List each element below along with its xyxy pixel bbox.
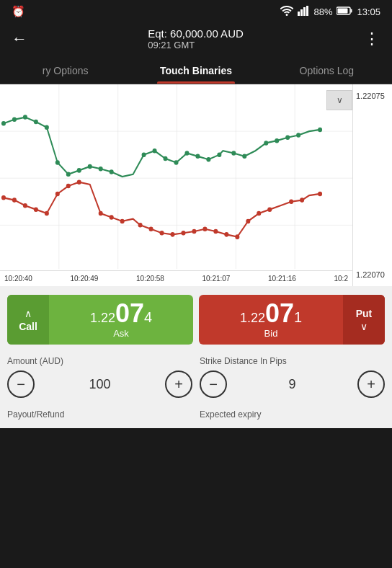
svg-point-18	[34, 120, 38, 125]
call-label: Call	[19, 321, 37, 332]
svg-point-55	[171, 232, 175, 237]
amount-stepper: − 100 +	[7, 370, 192, 398]
payout-group: Payout/Refund	[7, 404, 192, 420]
svg-point-19	[45, 125, 49, 130]
alarm-icon: ⏰	[12, 5, 25, 18]
call-chevron-up-icon: ∧	[24, 308, 32, 319]
svg-point-26	[142, 152, 146, 157]
svg-point-47	[66, 184, 71, 189]
svg-rect-2	[303, 7, 306, 16]
tab-binary-options[interactable]: ry Options	[0, 58, 130, 84]
status-right: 88% 13:05	[280, 6, 380, 18]
controls-row: Amount (AUD) − 100 + Strike Distance In …	[7, 356, 385, 398]
amount-decrement-button[interactable]: −	[7, 370, 35, 398]
put-button[interactable]: Put ∨	[343, 295, 385, 345]
chart-x-axis: 10:20:40 10:20:49 10:20:58 10:21:07 10:2…	[0, 270, 352, 286]
svg-point-60	[224, 232, 228, 237]
call-section: ∧ Call 1.22 07 4 Ask	[7, 295, 193, 345]
svg-point-41	[1, 195, 6, 200]
amount-label: Amount (AUD)	[7, 356, 192, 366]
battery-icon	[337, 6, 352, 17]
call-button[interactable]: ∧ Call	[7, 295, 49, 345]
svg-point-30	[184, 151, 189, 156]
svg-point-49	[99, 211, 103, 216]
payout-label: Payout/Refund	[7, 409, 192, 420]
wifi-icon	[280, 6, 293, 18]
svg-point-56	[181, 231, 185, 236]
svg-point-38	[285, 136, 290, 141]
call-price-small: 4	[144, 310, 152, 324]
chart-collapse-button[interactable]: ∨	[326, 90, 352, 110]
put-label: Put	[356, 308, 373, 319]
equity-display: Eqt: 60,000.00 AUD	[148, 27, 244, 40]
svg-point-62	[246, 219, 250, 224]
svg-point-50	[110, 215, 114, 220]
x-label-0: 10:20:40	[4, 275, 32, 283]
svg-point-17	[23, 115, 27, 120]
svg-point-35	[242, 154, 246, 159]
svg-point-36	[264, 141, 268, 146]
svg-point-27	[153, 148, 157, 154]
x-label-4: 10:21:16	[268, 275, 296, 283]
payout-expiry-row: Payout/Refund Expected expiry	[7, 404, 385, 420]
svg-point-45	[45, 211, 49, 216]
amount-control-group: Amount (AUD) − 100 +	[7, 356, 192, 398]
svg-point-51	[120, 219, 125, 224]
svg-point-29	[174, 160, 179, 165]
header: ← Eqt: 60,000.00 AUD 09:21 GMT ⋮	[0, 23, 392, 58]
svg-point-25	[110, 169, 114, 174]
strike-value: 9	[288, 377, 295, 392]
call-price-area: 1.22 07 4 Ask	[49, 295, 193, 345]
put-price-prefix: 1.22	[240, 311, 265, 324]
svg-point-33	[217, 152, 221, 157]
svg-point-54	[160, 231, 164, 236]
svg-point-34	[231, 151, 236, 156]
svg-rect-6	[338, 8, 348, 13]
strike-decrement-button[interactable]: −	[200, 370, 227, 398]
svg-point-46	[55, 192, 60, 197]
strike-increment-button[interactable]: +	[357, 370, 385, 398]
strike-stepper: − 9 +	[200, 370, 385, 398]
put-price-big: 07	[265, 301, 294, 327]
back-button[interactable]: ←	[12, 30, 27, 48]
battery-percent: 88%	[313, 6, 332, 17]
svg-point-40	[318, 128, 322, 133]
svg-point-57	[192, 229, 196, 234]
svg-point-66	[300, 198, 304, 203]
put-price-small: 1	[294, 310, 302, 324]
status-bar: ⏰ 88% 13:05	[0, 0, 392, 23]
svg-point-31	[195, 154, 200, 159]
svg-point-59	[213, 229, 218, 234]
x-label-5: 10:2	[334, 275, 348, 283]
svg-point-61	[235, 234, 239, 239]
signal-icon	[298, 6, 309, 18]
chart-area: ∨	[0, 84, 392, 286]
svg-point-22	[77, 168, 81, 173]
put-section: 1.22 07 1 Bid Put ∨	[199, 295, 385, 345]
tab-touch-binaries[interactable]: Touch Binaries	[130, 58, 261, 84]
tabs-bar: ry Options Touch Binaries Options Log	[0, 58, 392, 84]
svg-point-48	[77, 179, 81, 185]
put-price-area: 1.22 07 1 Bid	[199, 295, 343, 345]
expiry-group: Expected expiry	[200, 404, 385, 420]
amount-increment-button[interactable]: +	[165, 370, 192, 398]
svg-point-67	[318, 192, 322, 197]
status-left: ⏰	[12, 5, 25, 18]
svg-point-52	[138, 223, 143, 228]
svg-point-23	[88, 164, 92, 169]
more-button[interactable]: ⋮	[364, 30, 380, 48]
svg-point-15	[1, 121, 6, 126]
call-put-row: ∧ Call 1.22 07 4 Ask 1.22 07 1 Bid Put ∨	[0, 286, 392, 353]
put-chevron-down-icon: ∨	[360, 321, 368, 332]
svg-point-64	[267, 207, 272, 212]
call-price: 1.22 07 4	[90, 301, 152, 327]
svg-rect-1	[300, 9, 303, 16]
tab-options-log[interactable]: Options Log	[262, 58, 392, 84]
time-display: 13:05	[357, 6, 380, 17]
svg-point-63	[257, 211, 261, 216]
svg-point-28	[164, 156, 168, 161]
y-axis-bottom: 1.22070	[356, 270, 389, 279]
put-price: 1.22 07 1	[240, 301, 302, 327]
svg-point-24	[99, 167, 103, 172]
svg-point-21	[66, 172, 71, 177]
